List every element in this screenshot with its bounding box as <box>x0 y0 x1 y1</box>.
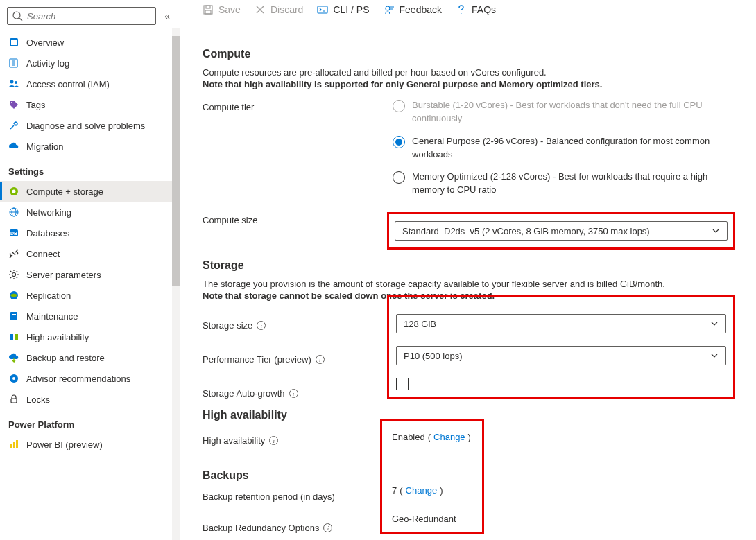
nav-migration[interactable]: Migration <box>0 136 180 157</box>
cloud-icon <box>8 141 19 152</box>
database-icon: DB <box>8 227 19 238</box>
svg-point-18 <box>12 273 16 277</box>
scrollbar-thumb[interactable] <box>172 36 180 286</box>
nav-label: High availability <box>26 332 89 342</box>
cloud-restore-icon <box>8 352 19 363</box>
svg-point-12 <box>12 190 16 193</box>
svg-rect-23 <box>15 334 18 340</box>
tier-general[interactable]: General Purpose (2-96 vCores) - Balanced… <box>393 135 735 162</box>
radio-icon <box>393 171 405 184</box>
nav-label: Access control (IAM) <box>26 79 110 89</box>
storage-size-select[interactable]: 128 GiB <box>396 314 726 333</box>
maintenance-icon <box>8 311 19 322</box>
svg-rect-31 <box>206 6 210 8</box>
compute-tier-label: Compute tier <box>203 99 393 112</box>
ha-value: Enabled <box>392 432 425 442</box>
highlight-ha-backup: Enabled (Change) 7 (Change) Geo-Redundan… <box>380 419 484 534</box>
activity-log-icon <box>8 58 19 69</box>
nav-activity-log[interactable]: Activity log <box>0 53 180 73</box>
active-indicator <box>0 182 2 200</box>
search-input-wrapper[interactable] <box>7 7 156 25</box>
info-icon[interactable]: i <box>316 355 325 364</box>
info-icon[interactable]: i <box>323 523 332 532</box>
main-area: Save Discard CLI / PS Feedback FAQs Comp… <box>180 0 756 540</box>
svg-rect-29 <box>16 440 18 448</box>
compute-size-select[interactable]: Standard_D2ds_v5 (2 vCores, 8 GiB memory… <box>395 221 728 241</box>
tier-memory[interactable]: Memory Optimized (2-128 vCores) - Best f… <box>393 171 735 197</box>
nav-compute-storage[interactable]: Compute + storage <box>0 181 180 202</box>
nav-label: Backup and restore <box>26 353 105 363</box>
save-button[interactable]: Save <box>203 4 241 15</box>
svg-rect-28 <box>13 442 15 448</box>
nav-label: Server parameters <box>26 270 101 280</box>
storage-autogrowth-checkbox[interactable] <box>396 378 409 390</box>
collapse-sidebar-button[interactable]: « <box>162 8 173 24</box>
nav-high-availability[interactable]: High availability <box>0 326 180 347</box>
radio-icon <box>393 100 405 112</box>
info-icon[interactable]: i <box>257 321 266 330</box>
search-input[interactable] <box>27 11 151 21</box>
nav-label: Tags <box>26 100 45 110</box>
info-icon[interactable]: i <box>289 389 298 398</box>
chevron-down-icon <box>710 351 719 360</box>
people-icon <box>8 78 19 89</box>
sidebar: « Overview Activity log Access control (… <box>0 0 180 540</box>
nav-power-bi[interactable]: Power BI (preview) <box>0 434 180 455</box>
compute-lead: Compute resources are pre-allocated and … <box>203 67 735 78</box>
discard-label: Discard <box>270 4 303 15</box>
power-platform-header: Power Platform <box>0 410 180 434</box>
nav-label: Replication <box>26 290 71 301</box>
backup-retention-label: Backup retention period (in days) <box>203 489 386 502</box>
content: Compute Compute resources are pre-alloca… <box>180 24 756 540</box>
nav-access-control[interactable]: Access control (IAM) <box>0 73 180 94</box>
nav-overview[interactable]: Overview <box>0 32 180 53</box>
discard-button[interactable]: Discard <box>255 4 303 15</box>
svg-point-9 <box>15 81 17 84</box>
tier-burstable[interactable]: Burstable (1-20 vCores) - Best for workl… <box>393 99 735 125</box>
svg-text:DB: DB <box>10 231 17 236</box>
faqs-button[interactable]: FAQs <box>456 4 496 15</box>
retention-value: 7 <box>392 485 397 496</box>
feedback-button[interactable]: Feedback <box>384 4 442 15</box>
nav-databases[interactable]: DB Databases <box>0 223 180 243</box>
performance-tier-select[interactable]: P10 (500 iops) <box>396 346 726 365</box>
performance-tier-value: P10 (500 iops) <box>404 351 463 361</box>
wrench-icon <box>8 120 19 131</box>
info-icon[interactable]: i <box>269 436 278 445</box>
nav-replication[interactable]: Replication <box>0 285 180 306</box>
nav-label: Locks <box>26 394 50 405</box>
svg-rect-26 <box>11 399 17 403</box>
svg-point-36 <box>386 6 390 10</box>
nav-maintenance[interactable]: Maintenance <box>0 306 180 326</box>
nav-networking[interactable]: Networking <box>0 202 180 223</box>
nav-tags[interactable]: Tags <box>0 94 180 115</box>
svg-rect-27 <box>10 444 12 448</box>
compute-size-label: Compute size <box>203 212 393 225</box>
compute-size-value: Standard_D2ds_v5 (2 vCores, 8 GiB memory… <box>402 226 650 236</box>
nav-backup-restore[interactable]: Backup and restore <box>0 347 180 368</box>
storage-size-value: 128 GiB <box>404 319 436 329</box>
chevron-down-icon <box>712 227 720 235</box>
cli-button[interactable]: CLI / PS <box>317 4 369 15</box>
nav-locks[interactable]: Locks <box>0 389 180 410</box>
storage-lead: The storage you provision is the amount … <box>203 279 735 289</box>
settings-header: Settings <box>0 157 180 181</box>
svg-point-10 <box>11 102 12 103</box>
feedback-label: Feedback <box>400 4 442 15</box>
nav-connect[interactable]: Connect <box>0 243 180 264</box>
sidebar-scrollbar[interactable] <box>172 28 180 540</box>
tier-memory-label: Memory Optimized (2-128 vCores) - Best f… <box>412 171 735 197</box>
globe-icon <box>8 290 19 301</box>
nav-server-parameters[interactable]: Server parameters <box>0 264 180 285</box>
chevron-down-icon <box>710 320 719 328</box>
compute-tier-radiogroup: Burstable (1-20 vCores) - Best for workl… <box>393 99 735 197</box>
retention-change-link[interactable]: Change <box>406 485 438 496</box>
connect-icon <box>8 248 19 259</box>
nav-advisor[interactable]: Advisor recommendations <box>0 368 180 389</box>
nav-label: Activity log <box>26 58 69 69</box>
radio-icon <box>393 136 405 148</box>
tag-icon <box>8 99 19 110</box>
ha-change-link[interactable]: Change <box>433 432 465 442</box>
nav-diagnose[interactable]: Diagnose and solve problems <box>0 115 180 136</box>
svg-point-0 <box>13 12 20 19</box>
